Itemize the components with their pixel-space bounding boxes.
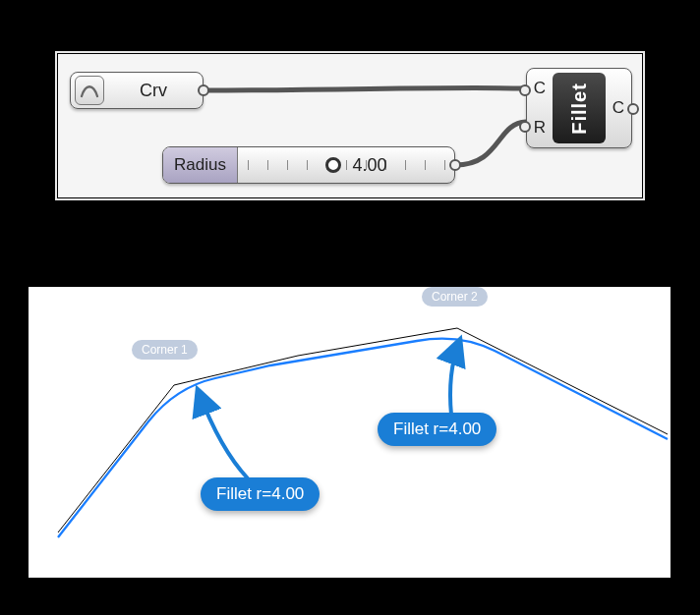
number-slider[interactable]: Radius 4.00 bbox=[162, 146, 455, 184]
wire-crv-to-fillet bbox=[204, 87, 526, 90]
callout-corner-2: Fillet r=4.00 bbox=[378, 413, 496, 446]
fillet-inputs: C R bbox=[527, 69, 553, 147]
curve-param-component[interactable]: Crv bbox=[70, 72, 204, 109]
callout-corner-1: Fillet r=4.00 bbox=[201, 477, 320, 511]
fillet-input-radius-label: R bbox=[534, 118, 546, 138]
slider-value: 4.00 bbox=[353, 155, 387, 176]
viewport-drawing bbox=[29, 287, 671, 578]
slider-label: Radius bbox=[163, 147, 238, 183]
corner-2-label: Corner 2 bbox=[422, 287, 488, 307]
filleted-curve bbox=[58, 339, 668, 537]
corner-1-label: Corner 1 bbox=[132, 340, 198, 360]
fillet-input-curve-grip[interactable] bbox=[519, 84, 531, 96]
slider-output-grip[interactable] bbox=[449, 159, 461, 171]
fillet-component[interactable]: C R Fillet C bbox=[526, 68, 632, 148]
curve-icon bbox=[75, 76, 104, 105]
curve-output-grip[interactable] bbox=[198, 84, 209, 96]
fillet-title: Fillet bbox=[567, 83, 590, 135]
fillet-outputs: C bbox=[606, 69, 631, 147]
slider-track[interactable]: 4.00 bbox=[238, 147, 454, 183]
fillet-body: Fillet bbox=[553, 73, 606, 143]
fillet-input-curve-label: C bbox=[534, 79, 546, 98]
slider-handle[interactable] bbox=[325, 157, 341, 173]
viewport: Corner 1 Corner 2 Fillet r=4.00 Fillet r… bbox=[29, 287, 671, 578]
curve-param-label: Crv bbox=[104, 81, 203, 101]
wire-radius-to-fillet bbox=[455, 122, 526, 165]
fillet-input-radius-grip[interactable] bbox=[519, 121, 531, 133]
fillet-output-label: C bbox=[612, 98, 624, 118]
gh-canvas: Crv Radius 4.00 C R Fillet bbox=[57, 53, 643, 198]
